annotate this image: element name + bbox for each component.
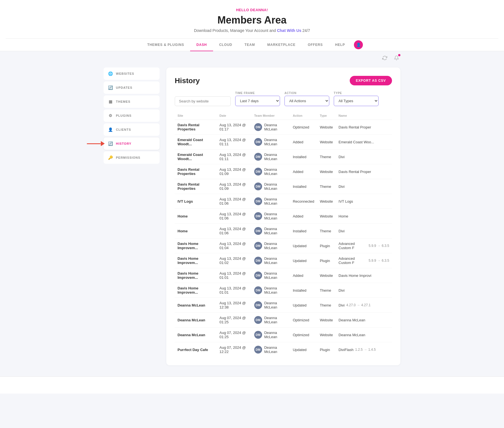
table-row: Emerald Coast Woodt...Aug 13, 2024 @ 01:… bbox=[175, 135, 392, 149]
cell-team-member: DM Deanna McLean bbox=[251, 224, 290, 238]
site-name-text: Davis Home Improvem... bbox=[178, 256, 198, 265]
nav-themes-plugins[interactable]: THEMES & PLUGINS bbox=[141, 39, 190, 51]
action-select[interactable]: All Actions Optimized Added Installed Up… bbox=[284, 96, 329, 106]
chat-link[interactable]: Chat With Us bbox=[277, 28, 301, 33]
site-name-text: Emerald Coast Woodt... bbox=[178, 138, 203, 146]
cell-date: Aug 13, 2024 @ 01:06 bbox=[217, 224, 251, 238]
item-name: Advanced Custom F bbox=[339, 256, 367, 265]
search-group bbox=[175, 96, 231, 106]
version-info: 5.9.9 → 6.3.5 bbox=[369, 259, 389, 263]
nav-team[interactable]: TEAM bbox=[238, 39, 261, 51]
notification-icon[interactable] bbox=[393, 54, 400, 62]
cell-action: Installed bbox=[290, 179, 317, 194]
cell-date: Aug 13, 2024 @ 01:11 bbox=[217, 135, 251, 149]
team-member-name: Deanna McLean bbox=[264, 256, 287, 265]
cell-action: Updated bbox=[290, 253, 317, 268]
cell-date: Aug 13, 2024 @ 01:06 bbox=[217, 194, 251, 209]
sidebar-item-websites[interactable]: 🌐 WEBSITES bbox=[104, 67, 160, 80]
team-member-avatar: DM bbox=[254, 183, 262, 190]
version-info: 1.2.5 → 1.4.5 bbox=[355, 348, 376, 352]
sidebar-label-permissions: PERMISSIONS bbox=[116, 156, 140, 159]
cell-team-member: DM Deanna McLean bbox=[251, 120, 290, 135]
cell-site: Emerald Coast Woodt... bbox=[175, 135, 217, 149]
type-select[interactable]: All Types Website Theme Plugin bbox=[334, 96, 379, 106]
cell-type: Theme bbox=[317, 179, 336, 194]
subtitle-suffix: 24/7 bbox=[302, 28, 310, 33]
cell-type: Theme bbox=[317, 224, 336, 238]
item-name: DiviFlash bbox=[339, 348, 353, 352]
team-member-avatar: DM bbox=[254, 212, 262, 220]
user-avatar[interactable]: 👤 bbox=[354, 40, 363, 49]
cell-name: IVT Logs bbox=[336, 194, 392, 209]
team-member-name: Deanna McLean bbox=[264, 212, 287, 220]
version-to: 6.3.5 bbox=[382, 259, 389, 263]
export-csv-button[interactable]: EXPORT AS CSV bbox=[350, 76, 392, 85]
nav-offers[interactable]: OFFERS bbox=[302, 39, 329, 51]
search-input[interactable] bbox=[175, 96, 231, 106]
team-member-name: Deanna McLean bbox=[264, 197, 287, 205]
team-member-name: Deanna McLean bbox=[264, 138, 287, 146]
cell-action: Installed bbox=[290, 224, 317, 238]
cell-site: IVT Logs bbox=[175, 194, 217, 209]
time-frame-label: TIME FRAME bbox=[235, 92, 280, 95]
sidebar-item-themes[interactable]: ▦ THEMES bbox=[104, 95, 160, 108]
nav-help[interactable]: HELP bbox=[329, 39, 351, 51]
refresh-icon[interactable] bbox=[381, 54, 389, 62]
team-member-name: Deanna McLean bbox=[264, 242, 287, 250]
site-name-text: Deanna McLean bbox=[178, 303, 205, 307]
cell-team-member: DM Deanna McLean bbox=[251, 253, 290, 268]
site-name-text: Purrfect Day Cafe bbox=[178, 348, 208, 352]
active-arrow-indicator bbox=[87, 141, 105, 146]
cell-date: Aug 13, 2024 @ 01:06 bbox=[217, 209, 251, 224]
table-body: Davis Rental PropertiesAug 13, 2024 @ 01… bbox=[175, 120, 392, 357]
version-to: 4.27.1 bbox=[361, 303, 370, 307]
cell-name: Divi bbox=[336, 149, 392, 164]
cell-team-member: DM Deanna McLean bbox=[251, 283, 290, 298]
table-row: Davis Rental PropertiesAug 13, 2024 @ 01… bbox=[175, 120, 392, 135]
cell-type: Plugin bbox=[317, 238, 336, 253]
hello-text: HELLO DEANNA! bbox=[6, 8, 498, 12]
cell-action: Updated bbox=[290, 342, 317, 357]
sidebar-history-wrapper: 🔄 HISTORY bbox=[104, 137, 160, 150]
team-member-name: Deanna McLean bbox=[264, 153, 287, 161]
nav-cloud[interactable]: CLOUD bbox=[213, 39, 239, 51]
history-title: History bbox=[175, 76, 200, 85]
type-group: TYPE All Types Website Theme Plugin bbox=[334, 92, 379, 106]
clients-icon: 👤 bbox=[108, 127, 113, 132]
type-label: TYPE bbox=[334, 92, 379, 95]
cell-team-member: DM Deanna McLean bbox=[251, 149, 290, 164]
team-member-name: Deanna McLean bbox=[264, 286, 287, 294]
team-member-avatar: DM bbox=[254, 197, 262, 205]
cell-date: Aug 13, 2024 @ 01:02 bbox=[217, 253, 251, 268]
nav-dash[interactable]: DASH bbox=[190, 39, 213, 51]
sidebar: 🌐 WEBSITES 🔄 UPDATES ▦ THEMES ⚙ PLUGINS … bbox=[104, 67, 160, 365]
cell-site: Davis Home Improvem... bbox=[175, 253, 217, 268]
cell-action: Added bbox=[290, 135, 317, 149]
cell-site: Deanna McLean bbox=[175, 328, 217, 342]
cell-site: Deanna McLean bbox=[175, 298, 217, 313]
site-name-text: IVT Logs bbox=[178, 199, 193, 204]
sidebar-item-updates[interactable]: 🔄 UPDATES bbox=[104, 81, 160, 94]
cell-site: Davis Rental Properties bbox=[175, 120, 217, 135]
cell-type: Website bbox=[317, 313, 336, 328]
table-row: Davis Home Improvem...Aug 13, 2024 @ 01:… bbox=[175, 283, 392, 298]
filters-row: TIME FRAME Last 7 days Last 30 days Last… bbox=[175, 92, 392, 106]
cell-name: Home bbox=[336, 209, 392, 224]
version-from: 4.27.0 bbox=[346, 303, 356, 307]
team-member-avatar: DM bbox=[254, 138, 262, 146]
sidebar-item-history[interactable]: 🔄 HISTORY bbox=[104, 137, 160, 150]
table-header: Site Date Team Member Action Type Name bbox=[175, 112, 392, 120]
site-name-text: Deanna McLean bbox=[178, 333, 205, 337]
nav-marketplace[interactable]: MARKETPLACE bbox=[261, 39, 302, 51]
sidebar-item-clients[interactable]: 👤 CLIENTS bbox=[104, 123, 160, 136]
history-header: History EXPORT AS CSV bbox=[175, 76, 392, 85]
sidebar-item-permissions[interactable]: 🔑 PERMISSIONS bbox=[104, 151, 160, 164]
cell-action: Updated bbox=[290, 298, 317, 313]
cell-date: Aug 13, 2024 @ 01:11 bbox=[217, 149, 251, 164]
cell-action: Added bbox=[290, 268, 317, 283]
team-member-name: Deanna McLean bbox=[264, 316, 287, 324]
time-frame-select[interactable]: Last 7 days Last 30 days Last 90 days bbox=[235, 96, 280, 106]
sidebar-item-plugins[interactable]: ⚙ PLUGINS bbox=[104, 109, 160, 122]
site-name-text: Davis Home Improvem... bbox=[178, 242, 198, 250]
cell-name: Divi bbox=[336, 224, 392, 238]
